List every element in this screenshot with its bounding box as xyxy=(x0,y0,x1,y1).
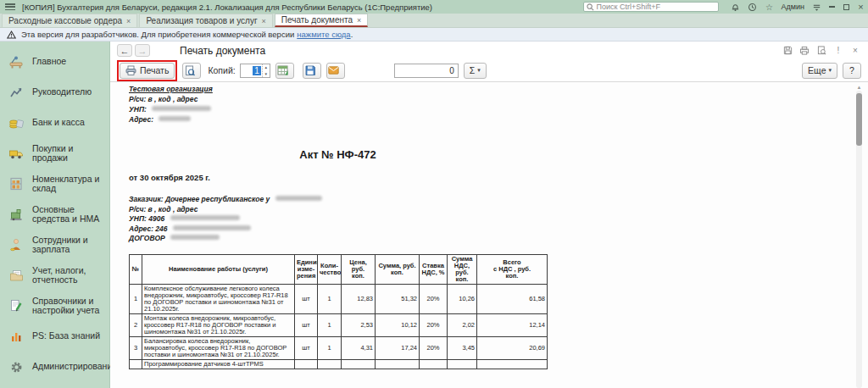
printer-icon xyxy=(125,65,136,75)
chevron-down-icon: ▾ xyxy=(477,67,481,74)
act-title: Акт № НФ-472 xyxy=(129,148,547,161)
highlight-annotation: Печать xyxy=(117,60,177,81)
current-user[interactable]: Админ xyxy=(782,3,804,11)
sidebar-item-accounting-reports[interactable]: Учет, налоги, отчетность xyxy=(0,260,109,291)
favorites-star-icon[interactable]: ☆ xyxy=(763,1,776,13)
col-total: Всего с НДС , руб. коп. xyxy=(477,254,548,284)
close-window-button[interactable]: × xyxy=(854,1,867,13)
table-row: 2 Монтаж колеса внедорожник, микроавтобу… xyxy=(130,313,548,336)
contract-line: ДОГОВОР xyxy=(129,234,868,244)
tab-close-icon[interactable]: × xyxy=(262,17,266,25)
scroll-up-icon[interactable]: ▲ xyxy=(857,84,862,91)
sidebar-item-knowledge-base[interactable]: PS: База знаний xyxy=(0,321,109,352)
sidebar-item-fixed-assets[interactable]: Основные средства и НМА xyxy=(0,199,109,230)
redacted-text xyxy=(159,116,191,121)
tab-close-icon[interactable]: × xyxy=(126,17,131,25)
sidebar-item-inventory[interactable]: Номенклатура и склад xyxy=(0,169,109,199)
back-button[interactable]: ← xyxy=(117,44,132,57)
preview-button[interactable] xyxy=(182,63,201,79)
title-bar: [КОПИЯ] Бухгалтерия для Беларуси, редакц… xyxy=(0,0,868,14)
warning-text: Эта версия для разработчиков. Для приобр… xyxy=(21,30,294,39)
tab-print-document[interactable]: Печать документа × xyxy=(275,14,369,27)
tab-close-icon[interactable]: × xyxy=(357,16,361,25)
col-price: Цена, руб. коп. xyxy=(342,254,376,284)
form-area: ← → Печать документа ! × Печать xyxy=(110,42,868,388)
redacted-text xyxy=(170,235,220,240)
scrollbar-thumb[interactable] xyxy=(856,93,862,146)
col-unit: Единица изме- рения xyxy=(295,254,318,284)
save-file-button[interactable] xyxy=(303,63,321,79)
preview-icon[interactable] xyxy=(815,46,827,56)
page-title: Печать документа xyxy=(180,45,265,57)
global-search-input[interactable]: Поиск Ctrl+Shift+F xyxy=(583,2,719,12)
send-email-button[interactable] xyxy=(326,63,345,79)
copies-label: Копий: xyxy=(208,65,235,75)
redacted-text xyxy=(173,225,251,230)
coins-icon xyxy=(7,115,25,130)
stepper-down-icon[interactable]: ▾ xyxy=(263,70,270,77)
copies-stepper[interactable]: 1 ▴ ▾ xyxy=(240,64,270,78)
redacted-text xyxy=(275,196,322,201)
table-row: 3 Балансировка колеса внедорожник, микро… xyxy=(130,336,548,359)
sidebar-item-staff-salary[interactable]: Сотрудники и зарплата xyxy=(0,230,109,260)
window-title: [КОПИЯ] Бухгалтерия для Беларуси, редакц… xyxy=(22,3,432,12)
scrollbar-track[interactable] xyxy=(856,91,862,388)
pages-value: 0 xyxy=(449,66,454,75)
tab-cash-orders[interactable]: Расходные кассовые ордера × xyxy=(2,14,137,27)
sidebar-item-references-settings[interactable]: Справочники и настройки учета xyxy=(0,291,109,321)
copies-value: 1 xyxy=(253,66,261,75)
table-settings-icon xyxy=(277,65,288,75)
search-placeholder: Поиск Ctrl+Shift+F xyxy=(597,3,660,11)
col-quantity: Коли- чество xyxy=(318,254,342,284)
more-button[interactable]: Еще ▾ xyxy=(802,63,837,79)
save-icon[interactable] xyxy=(782,46,793,56)
history-icon[interactable] xyxy=(746,1,760,13)
pin-icon[interactable]: ! xyxy=(832,46,844,56)
sum-button[interactable]: Σ ▾ xyxy=(464,63,487,79)
customer-account: Р/сч: в , код , адрес xyxy=(129,205,868,215)
org-name: Тестовая организация xyxy=(129,84,868,94)
org-unp: УНП: xyxy=(129,104,868,114)
col-sum: Сумма, руб. коп. xyxy=(376,254,420,284)
warehouse-shelf-icon xyxy=(7,176,25,191)
help-button[interactable]: ? xyxy=(843,63,861,79)
redacted-text xyxy=(152,106,211,111)
print-toolbar: Печать Копий: 1 ▴ ▾ xyxy=(110,59,868,82)
floppy-icon xyxy=(305,65,315,75)
person-icon xyxy=(7,237,25,252)
chevron-down-icon: ▾ xyxy=(828,67,832,74)
table-row: 1 Комплексное обслуживание легкового кол… xyxy=(130,284,548,313)
service-menu-icon[interactable] xyxy=(810,1,823,13)
table-row: Программирование датчиков 4-штTPMS xyxy=(130,359,548,369)
sidebar-item-bank-cash[interactable]: Банк и касса xyxy=(0,108,109,138)
print-icon[interactable] xyxy=(798,46,810,56)
close-form-icon[interactable]: × xyxy=(849,46,861,56)
tab-sales[interactable]: Реализация товаров и услуг × xyxy=(139,14,272,27)
pages-field[interactable]: 0 xyxy=(394,64,459,78)
act-date: от 30 октября 2025 г. xyxy=(129,173,868,182)
sidebar-item-administration[interactable]: Администрирование xyxy=(0,352,109,382)
print-preview: Тестовая организация Р/сч: в , код , адр… xyxy=(110,82,868,388)
stepper-up-icon[interactable]: ▴ xyxy=(263,64,270,71)
chart-line-icon xyxy=(7,85,25,100)
table-settings-button[interactable] xyxy=(275,63,294,79)
sidebar-item-main[interactable]: Главное xyxy=(0,47,109,77)
print-button[interactable]: Печать xyxy=(120,63,175,79)
main-menu-icon[interactable] xyxy=(5,3,15,10)
restore-button[interactable] xyxy=(840,1,853,13)
sections-sidebar: Главное Руководителю Банк и касса Покупк… xyxy=(0,42,110,388)
forward-button[interactable]: → xyxy=(135,44,150,57)
org-account: Р/сч: в , код , адрес xyxy=(129,94,868,104)
orange-bars-icon xyxy=(7,329,25,344)
sidebar-item-purchases-sales[interactable]: Покупки и продажи xyxy=(0,138,109,169)
buy-version-link[interactable]: нажмите сюда xyxy=(297,30,350,39)
gear-icon xyxy=(7,359,25,374)
sidebar-item-manager[interactable]: Руководителю xyxy=(0,77,109,108)
machine-icon xyxy=(7,207,25,222)
minimize-button[interactable] xyxy=(826,1,838,13)
vertical-scrollbar[interactable]: ▲ xyxy=(855,84,863,388)
search-icon xyxy=(587,3,594,11)
truck-icon xyxy=(7,146,25,161)
notifications-bell-icon[interactable] xyxy=(729,1,743,13)
sigma-icon: Σ xyxy=(470,65,476,75)
